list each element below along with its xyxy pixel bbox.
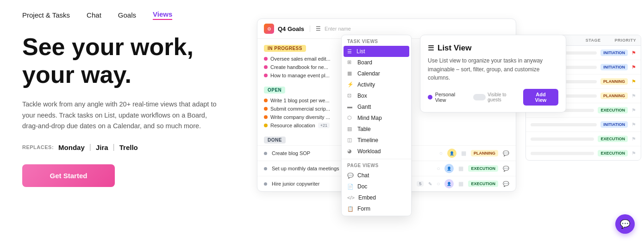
chat-icon: 💬 [503,150,509,156]
embed-icon: </> [347,195,355,200]
flag-5: ⚑ [631,107,636,113]
task-count: +21 [318,123,330,128]
task-label: How to manage event pl... [270,73,330,78]
tv-mindmap-item[interactable]: ⬡ Mind Map [342,112,411,124]
stage-badge: EXECUTION [468,181,498,187]
nav-item-views[interactable]: Views [153,10,172,20]
nav-item-chat[interactable]: Chat [87,11,101,19]
calendar-icon: ▦ [458,165,463,172]
brand-jira: Jira [96,143,108,151]
stage-badge-5: EXECUTION [598,107,628,113]
gantt-icon: ▬ [347,104,354,110]
tv-label: List [356,48,365,55]
calendar-icon: ▦ [458,181,463,187]
replaces-label: REPLACES: [22,144,54,150]
visible-label: Visible to guests [488,92,520,102]
chat-bubble-button[interactable]: 💬 [615,214,635,234]
chat-icon: 💬 [503,166,509,172]
pv-doc-item[interactable]: 📄 Doc [342,181,411,192]
tv-label: Timeline [357,137,378,143]
badge-done: DONE [264,137,286,143]
q4-icon: ⚙ [264,24,274,34]
board-icon: ⊞ [347,59,354,66]
nav-item-projects[interactable]: Project & Tasks [22,11,70,19]
badge-open: OPEN [264,87,285,93]
pv-label: Embed [358,194,376,201]
avatar-1: 👤 [447,149,456,158]
stage-badge-3: PLANNING [600,78,628,85]
calendar-icon: ▦ [347,70,354,77]
mindmap-icon: ⬡ [347,115,354,121]
tv-label: Workload [357,148,381,155]
page-views-label: PAGE VIEWS [342,159,411,170]
task-label: Submit commercial scrip... [270,106,330,112]
tv-label: Gantt [357,104,371,110]
q4-title: Q4 Goals [278,25,304,32]
personal-view-dot [428,95,432,100]
stage-badge-2: INITIATION [600,64,628,70]
lv-title: ☰ List View [428,44,558,53]
divider-2: | [113,143,115,151]
tv-activity-item[interactable]: ⚡ Activity [342,79,411,90]
hero-subtext: Tackle work from any angle with 20+ real… [22,99,221,132]
stage-badge-1: INITIATION [600,50,628,56]
tv-gantt-item[interactable]: ▬ Gantt [342,101,411,112]
brand-trello: Trello [119,143,138,151]
toggle-box[interactable] [473,94,486,100]
tv-label: Board [357,59,372,66]
pv-form-item[interactable]: 📋 Form [342,203,411,216]
tv-board-item[interactable]: ⊞ Board [342,57,411,68]
clock-icon: ○ [439,150,443,156]
tv-workload-item[interactable]: ◕ Workload [342,146,411,157]
flag-4: ⚑ [631,93,636,99]
q4-divider [310,25,310,32]
lv-footer: Personal View Visible to guests Add View [428,89,558,106]
pv-label: Chat [357,172,369,179]
tv-box-item[interactable]: ⊡ Box [342,90,411,101]
bg-row-7: EXECUTION ⚑ [526,131,641,146]
divider-1: | [89,143,91,151]
stage-badge-8: EXECUTION [598,150,628,156]
task-label: Create handbook for ne... [270,64,328,70]
tv-label: Activity [357,81,375,88]
tv-label: Table [357,126,371,132]
visible-toggle[interactable]: Visible to guests [473,92,520,102]
calendar-icon: ▦ [461,150,466,156]
tv-label: Mind Map [357,115,382,121]
tv-label: Calendar [357,70,380,77]
enter-name: Enter name [325,26,351,31]
task-label: Oversee sales email edit... [270,56,331,62]
chat-bubble-icon: 💬 [620,219,630,229]
pencil-icon: ✎ [428,181,432,187]
task-label: Resource allocation [270,123,315,128]
q4-list-icon: ☰ [316,25,321,32]
tv-timeline-item[interactable]: ◫ Timeline [342,135,411,146]
add-view-button[interactable]: Add View [523,89,558,106]
list-icon: ☰ [346,48,353,55]
bg-row-6: INITIATION ⚑ [526,117,641,131]
task-label: Write company diversity ... [270,114,330,120]
pv-label: Doc [357,183,367,190]
table-icon: ▤ [347,126,354,132]
pv-label: Form [357,206,370,212]
tv-calendar-item[interactable]: ▦ Calendar [342,68,411,79]
flag-2: ⚑ [631,64,636,70]
clock-icon: ○ [437,165,440,172]
bg-row-8: EXECUTION ⚑ [526,146,641,160]
mockup-area: ⚙ Q4 Goals ☰ Enter name IN PROGRESS Over… [257,9,644,241]
get-started-button[interactable]: Get Started [22,164,115,187]
pv-chat-item[interactable]: 💬 Chat [342,170,411,181]
activity-icon: ⚡ [347,81,354,88]
lv-title-text: List View [438,44,471,53]
task-count: 5 [417,181,424,187]
pv-embed-item[interactable]: </> Embed [342,192,411,203]
box-icon: ⊡ [347,93,354,99]
tv-list-item[interactable]: ☰ List [344,46,409,57]
stage-badge: PLANNING [471,150,498,156]
task-views-label: TASK VIEWS [342,35,411,46]
chat-icon: 💬 [503,181,509,187]
tv-table-item[interactable]: ▤ Table [342,124,411,135]
hero-headline: See your work, your way. [22,33,249,89]
nav-item-goals[interactable]: Goals [118,11,136,19]
personal-view-label: Personal View [435,92,467,103]
